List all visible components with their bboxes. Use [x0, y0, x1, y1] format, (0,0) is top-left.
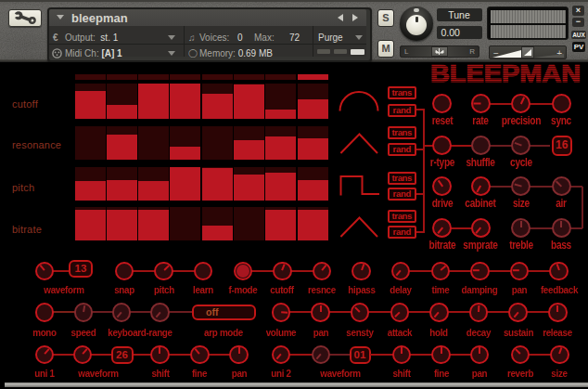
- svg-text:BLEEPMAN: BLEEPMAN: [430, 63, 581, 84]
